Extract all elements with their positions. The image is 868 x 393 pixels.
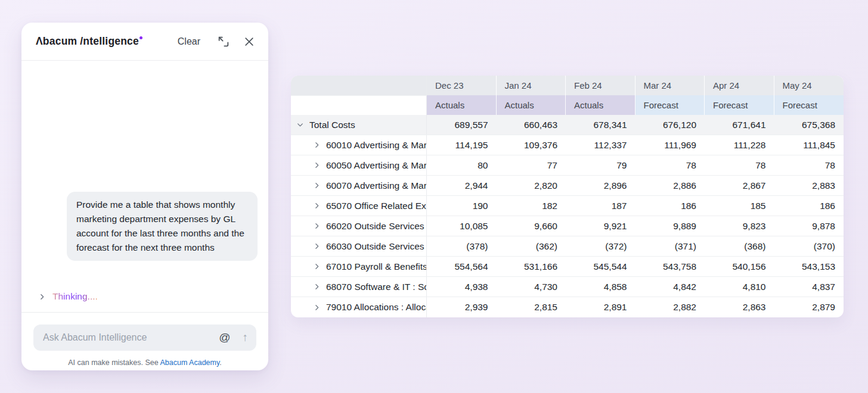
table-row[interactable]: 60070 Advertising & Marketing 2,944 2,82…: [291, 176, 844, 196]
user-message-bubble: Provide me a table that shows monthly ma…: [67, 192, 258, 261]
value-cell: 111,228: [705, 135, 774, 155]
value-cell: 2,879: [774, 297, 844, 317]
value-cell: 2,891: [566, 297, 636, 317]
expand-icon: [217, 35, 230, 48]
chevron-right-icon[interactable]: [313, 283, 321, 291]
row-label-cell: 60010 Advertising & Marketing: [291, 135, 427, 155]
value-cell: 9,878: [774, 216, 844, 236]
month-header: May 24: [774, 76, 844, 95]
value-cell: 4,842: [636, 277, 705, 297]
send-icon[interactable]: ↑: [243, 331, 249, 344]
value-cell: 10,085: [427, 216, 497, 236]
row-label-cell: 66030 Outside Services: [291, 236, 427, 256]
table-row[interactable]: 68070 Software & IT : Software 4,938 4,7…: [291, 277, 844, 297]
chevron-down-icon[interactable]: [296, 121, 304, 129]
chevron-right-icon[interactable]: [38, 293, 46, 301]
value-cell: 545,544: [566, 257, 636, 276]
row-label: 68070 Software & IT : Software: [326, 282, 427, 292]
value-cell: 2,867: [705, 176, 774, 195]
chevron-right-icon[interactable]: [313, 182, 321, 189]
value-cell: 676,120: [636, 115, 705, 135]
ask-input-box[interactable]: @ ↑: [33, 325, 256, 351]
row-label-cell: 67010 Payroll & Benefits: [291, 257, 427, 276]
value-cell: 2,886: [636, 176, 705, 195]
row-label-cell: 60050 Advertising & Marketing: [291, 155, 427, 175]
mention-icon[interactable]: @: [219, 331, 230, 344]
value-cell: 111,845: [774, 135, 844, 155]
period-type-header-row: Actuals Actuals Actuals Forecast Forecas…: [291, 95, 844, 115]
table-row-total[interactable]: Total Costs 689,557 660,463 678,341 676,…: [291, 115, 844, 135]
chevron-right-icon[interactable]: [313, 263, 321, 270]
row-label-cell: Total Costs: [291, 115, 427, 135]
row-label: 60010 Advertising & Marketing: [326, 140, 427, 151]
value-cell: 4,858: [566, 277, 636, 297]
value-cell: 2,863: [705, 297, 774, 317]
month-header: Mar 24: [636, 76, 705, 95]
clear-button[interactable]: Clear: [178, 36, 200, 47]
value-cell: 2,882: [636, 297, 705, 317]
value-cell: 4,730: [497, 277, 566, 297]
chevron-right-icon[interactable]: [313, 161, 321, 169]
table-row[interactable]: 66030 Outside Services (378) (362) (372)…: [291, 236, 844, 257]
table-row[interactable]: 66020 Outside Services 10,085 9,660 9,92…: [291, 216, 844, 236]
disclaimer-text: AI can make mistakes. See: [68, 358, 160, 367]
value-cell: 111,969: [636, 135, 705, 155]
chevron-right-icon[interactable]: [313, 202, 321, 210]
disclaimer-suffix: .: [219, 358, 221, 367]
composer-area: @ ↑ AI can make mistakes. See Abacum Aca…: [21, 313, 268, 370]
period-type-header: Actuals: [566, 95, 636, 115]
table-row[interactable]: 60050 Advertising & Marketing 80 77 79 7…: [291, 155, 844, 176]
row-label-cell: 68070 Software & IT : Software: [291, 277, 427, 297]
value-cell: 678,341: [566, 115, 636, 135]
period-type-header: Forecast: [705, 95, 774, 115]
brand-word-intelligence: /ntelligence: [80, 35, 139, 47]
row-label: 67010 Payroll & Benefits: [326, 261, 427, 272]
close-button[interactable]: [243, 36, 255, 48]
period-type-header: Actuals: [497, 95, 566, 115]
value-cell: 2,815: [497, 297, 566, 317]
value-cell: 531,166: [497, 257, 566, 276]
panel-header: Λbacum/ntelligence Clear: [21, 23, 268, 61]
value-cell: 78: [636, 155, 705, 175]
value-cell: 114,195: [427, 135, 497, 155]
brand-dot: [140, 36, 142, 39]
value-cell: 671,641: [705, 115, 774, 135]
chevron-right-icon[interactable]: [313, 304, 321, 311]
value-cell: 182: [497, 196, 566, 216]
value-cell: 9,921: [566, 216, 636, 236]
value-cell: 186: [636, 196, 705, 216]
ask-input[interactable]: [43, 332, 219, 343]
value-cell: 78: [705, 155, 774, 175]
table-row[interactable]: 60010 Advertising & Marketing 114,195 10…: [291, 135, 844, 155]
value-cell: (368): [705, 236, 774, 256]
row-label-cell: 65070 Office Related Expenses: [291, 196, 427, 216]
row-label: Total Costs: [309, 120, 355, 130]
value-cell: 2,883: [774, 176, 844, 195]
row-label: 60050 Advertising & Marketing: [326, 160, 427, 171]
chevron-right-icon[interactable]: [313, 242, 321, 250]
conversation-area: Provide me a table that shows monthly ma…: [21, 61, 268, 313]
value-cell: 109,376: [497, 135, 566, 155]
value-cell: (372): [566, 236, 636, 256]
value-cell: 185: [705, 196, 774, 216]
chevron-right-icon[interactable]: [313, 141, 321, 149]
row-label: 79010 Allocations : Allocations: [326, 302, 427, 313]
row-label: 60070 Advertising & Marketing: [326, 180, 427, 191]
expenses-table: Dec 23 Jan 24 Feb 24 Mar 24 Apr 24 May 2…: [291, 76, 844, 317]
value-cell: 543,153: [774, 257, 844, 276]
academy-link[interactable]: Abacum Academy: [160, 358, 219, 367]
value-cell: 80: [427, 155, 497, 175]
value-cell: (370): [774, 236, 844, 256]
value-cell: 660,463: [497, 115, 566, 135]
expand-button[interactable]: [217, 35, 230, 48]
table-row[interactable]: 67010 Payroll & Benefits 554,564 531,166…: [291, 257, 844, 277]
thinking-status[interactable]: Thinking....: [38, 291, 98, 302]
value-cell: 554,564: [427, 257, 497, 276]
table-row[interactable]: 65070 Office Related Expenses 190 182 18…: [291, 196, 844, 216]
row-label: 65070 Office Related Expenses: [326, 201, 427, 211]
value-cell: 2,944: [427, 176, 497, 195]
chevron-right-icon[interactable]: [313, 222, 321, 230]
value-cell: 77: [497, 155, 566, 175]
table-row[interactable]: 79010 Allocations : Allocations 2,939 2,…: [291, 297, 844, 317]
value-cell: 543,758: [636, 257, 705, 276]
